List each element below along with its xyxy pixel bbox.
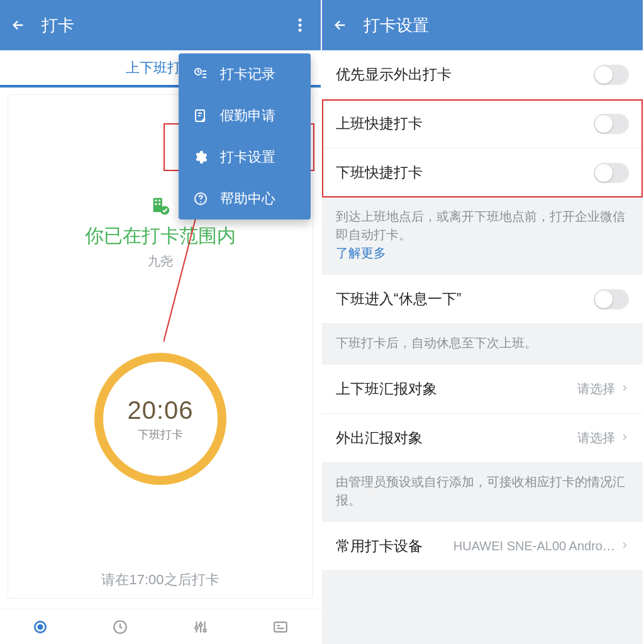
menu-item-settings[interactable]: 打卡设置: [179, 136, 311, 178]
row-value: 请选择: [577, 430, 615, 447]
note-report: 由管理员预设或自行添加，可接收相应打卡的情况汇报。: [322, 463, 643, 522]
row-report-work[interactable]: 上下班汇报对象 请选择: [322, 365, 643, 414]
row-label: 下班快捷打卡: [336, 163, 594, 182]
back-icon[interactable]: [333, 18, 352, 32]
building-check-icon: [149, 194, 172, 217]
header-settings: 打卡设置: [322, 0, 643, 50]
row-label: 下班进入“休息一下”: [336, 289, 594, 309]
menu-label: 假勤申请: [220, 106, 275, 125]
bottom-hint: 请在17:00之后打卡: [8, 570, 313, 589]
toggle-quick-off[interactable]: [594, 163, 629, 183]
row-quick-off[interactable]: 下班快捷打卡: [322, 148, 643, 197]
range-text: 你已在打卡范围内: [8, 223, 313, 249]
row-devices[interactable]: 常用打卡设备 HUAWEI SNE-AL00 Andro…: [322, 522, 643, 571]
note-quick: 到达上班地点后，或离开下班地点前，打开企业微信即自动打卡。 了解更多: [322, 197, 643, 275]
chevron-right-icon: [620, 433, 629, 444]
svg-rect-20: [275, 622, 287, 631]
svg-point-18: [199, 623, 202, 626]
clock-label: 下班打卡: [138, 427, 183, 442]
row-rest-after-off[interactable]: 下班进入“休息一下”: [322, 275, 643, 324]
header-title: 打卡设置: [364, 14, 631, 36]
row-label: 常用打卡设备: [336, 536, 453, 556]
note-text: 到达上班地点后，或离开下班地点前，打开企业微信即自动打卡。: [336, 209, 625, 242]
nav-clock-icon[interactable]: [0, 609, 80, 644]
row-priority-outside[interactable]: 优先显示外出打卡: [322, 50, 643, 99]
clock-button[interactable]: 20:06 下班打卡: [94, 353, 226, 485]
gear-icon: [192, 149, 209, 165]
help-icon: [192, 191, 209, 207]
menu-label: 帮助中心: [220, 189, 275, 208]
menu-label: 打卡记录: [220, 65, 275, 84]
header-clockin: 打卡: [0, 0, 321, 50]
row-value: 请选择: [577, 380, 615, 397]
learn-more-link[interactable]: 了解更多: [336, 246, 386, 260]
row-label: 外出汇报对象: [336, 428, 577, 448]
nav-sliders-icon[interactable]: [160, 609, 241, 644]
row-label: 优先显示外出打卡: [336, 65, 594, 84]
row-report-out[interactable]: 外出汇报对象 请选择: [322, 414, 643, 463]
chevron-right-icon: [620, 541, 629, 552]
svg-rect-4: [155, 200, 157, 202]
menu-item-leave[interactable]: 假勤申请: [179, 95, 311, 136]
clock-time: 20:06: [127, 396, 193, 425]
dropdown-menu: 打卡记录 假勤申请 打卡设置 帮助中心: [179, 53, 311, 219]
toggle-priority-outside[interactable]: [594, 65, 629, 85]
svg-point-19: [203, 629, 206, 631]
svg-point-12: [200, 201, 201, 203]
svg-rect-5: [158, 200, 160, 202]
back-icon[interactable]: [11, 18, 30, 32]
more-icon[interactable]: [291, 18, 309, 33]
menu-item-record[interactable]: 打卡记录: [179, 53, 311, 95]
toggle-quick-on[interactable]: [594, 114, 629, 134]
svg-rect-6: [155, 203, 157, 205]
svg-point-1: [299, 24, 302, 27]
settings-body: 优先显示外出打卡 上班快捷打卡 下班快捷打卡 到达上班地点后，或离开下班地点前，…: [322, 50, 643, 644]
nav-history-icon[interactable]: [80, 609, 161, 644]
svg-point-0: [299, 19, 302, 22]
clock-list-icon: [192, 66, 209, 82]
username: 九尧: [8, 253, 313, 270]
row-value: HUAWEI SNE-AL00 Andro…: [453, 539, 615, 553]
svg-point-15: [38, 625, 43, 629]
svg-point-17: [195, 626, 197, 628]
chevron-right-icon: [620, 384, 629, 395]
row-label: 上班快捷打卡: [336, 114, 594, 133]
phone-right: 打卡设置 优先显示外出打卡 上班快捷打卡 下班快捷打卡 到达上班地点后，或离开下…: [322, 0, 644, 644]
header-title: 打卡: [42, 14, 291, 36]
row-label: 上下班汇报对象: [336, 379, 577, 399]
toggle-rest-after-off[interactable]: [594, 289, 629, 309]
nav-card-icon[interactable]: [241, 609, 321, 644]
menu-label: 打卡设置: [220, 148, 275, 167]
bottom-nav: [0, 609, 321, 644]
phone-left: 打卡 上下班打卡 你已在打卡范围内 九尧 20:06 下班打卡 请在17:00之…: [0, 0, 322, 644]
row-quick-on[interactable]: 上班快捷打卡: [322, 99, 643, 148]
form-edit-icon: [192, 108, 209, 124]
svg-rect-7: [158, 203, 160, 205]
menu-item-help[interactable]: 帮助中心: [179, 178, 311, 219]
note-rest: 下班打卡后，自动休息至下次上班。: [322, 324, 643, 365]
svg-point-2: [299, 29, 302, 32]
